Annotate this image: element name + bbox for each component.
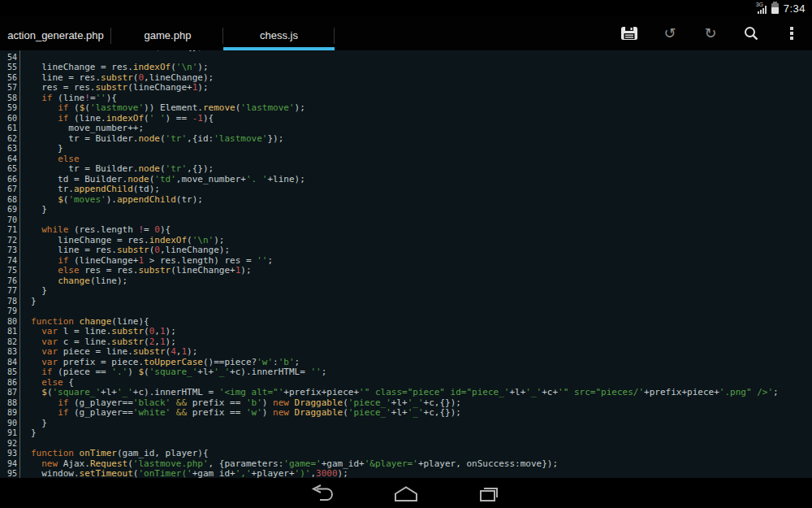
tab-label: game.php [145,29,192,41]
code-text: tr = Builder.node('tr',{}); [20,50,209,53]
navigation-bar [0,478,812,508]
line-number: 87 [0,388,20,398]
tab-game-php[interactable]: game.php [112,20,223,50]
signal-strength-icon: 3G [758,2,767,14]
redo-icon: ↻ [704,26,716,41]
tab-label: action_generate.php [7,29,104,41]
back-button[interactable] [309,484,337,502]
code-line[interactable]: 91} [0,428,812,439]
line-number: 94 [0,459,20,470]
tab-label: chess.js [260,29,298,41]
line-number: 63 [0,144,20,154]
line-number: 69 [0,205,20,215]
code-line[interactable]: 95 window.setTimeout('onTimer('+gam_id+'… [0,469,812,478]
line-number: 71 [0,225,20,236]
code-text: } [20,205,47,215]
tablet-screen: 3G 7:34 action_generate.php game.php che… [0,0,812,508]
line-number: 73 [0,245,20,256]
line-number: 84 [0,358,20,368]
line-number: 64 [0,154,20,165]
line-number: 93 [0,449,20,459]
line-number: 61 [0,124,20,134]
line-number: 80 [0,317,20,328]
code-text [20,439,31,449]
code-text: $('moves').appendChild(tr); [20,195,203,206]
network-type-badge: 3G [756,2,763,7]
code-line[interactable]: 78} [0,297,812,307]
code-line[interactable]: 62 tr = Builder.node('tr',{id:'lastmove'… [0,134,812,145]
line-number: 56 [0,73,20,84]
line-number: 90 [0,419,20,429]
code-line[interactable]: 69 } [0,205,812,215]
home-button[interactable] [392,484,420,502]
line-number: 82 [0,337,20,348]
line-number: 59 [0,103,20,114]
line-number: 65 [0,164,20,175]
code-text: window.setTimeout('onTimer('+gam_id+','+… [20,469,348,478]
code-line[interactable]: 77 } [0,286,812,297]
code-line[interactable]: 63 } [0,144,812,154]
code-line[interactable]: 85 if (piece == '.') $('square_'+l+'_'+c… [0,367,812,378]
code-line[interactable]: 68 $('moves').appendChild(tr); [0,195,812,206]
line-number: 88 [0,398,20,409]
back-icon [309,484,337,502]
home-icon [392,484,420,502]
line-number: 57 [0,83,20,93]
overflow-menu-button[interactable] [775,16,808,50]
undo-button[interactable]: ↺ [654,16,686,50]
line-number: 89 [0,408,20,419]
battery-icon [771,3,779,14]
code-line[interactable]: 57 res = res.substr(lineChange+1); [0,83,812,93]
line-number: 68 [0,195,20,206]
line-number: 55 [0,63,20,73]
line-number: 70 [0,215,20,226]
code-line[interactable]: 76 change(line); [0,276,812,287]
code-text [20,53,31,63]
line-number: 72 [0,236,20,246]
undo-icon: ↺ [663,26,676,41]
code-text [20,215,31,226]
line-number: 95 [0,469,20,478]
code-editor[interactable]: tr = Builder.node('tr',{});5455 lineChan… [0,50,812,478]
line-number: 66 [0,175,20,185]
line-number: 86 [0,378,20,389]
code-text: } [20,297,37,307]
tab-action-generate-php[interactable]: action_generate.php [0,20,111,50]
line-number: 76 [0,276,20,287]
code-line[interactable]: 90 } [0,419,812,429]
action-bar: action_generate.php game.php chess.js ↺ … [0,16,812,52]
line-number: 75 [0,266,20,276]
line-number: 91 [0,428,20,439]
line-number: 62 [0,134,20,145]
line-number: 74 [0,256,20,267]
line-number: 83 [0,347,20,358]
recents-icon [475,484,503,502]
line-number: 78 [0,297,20,307]
line-number: 85 [0,367,20,378]
clock: 7:34 [784,2,806,15]
redo-button[interactable]: ↻ [694,16,727,50]
code-area: tr = Builder.node('tr',{});5455 lineChan… [0,50,812,478]
save-icon [620,26,638,41]
search-button[interactable] [735,16,767,50]
overflow-menu-icon [790,27,793,40]
line-number: 60 [0,114,20,124]
line-number: 92 [0,439,20,449]
line-number: 67 [0,185,20,195]
save-button[interactable] [613,16,646,50]
tab-chess-js[interactable]: chess.js [223,20,335,50]
line-number: 81 [0,327,20,337]
search-icon [743,25,759,41]
line-number: 58 [0,93,20,104]
code-text [20,306,31,317]
status-bar: 3G 7:34 [0,0,812,16]
line-number: 54 [0,53,20,63]
code-text: if (g_player=='white' && prefix == 'w') … [20,408,461,419]
line-number: 77 [0,286,20,297]
recents-button[interactable] [475,484,503,502]
code-line[interactable]: 89 if (g_player=='white' && prefix == 'w… [0,408,812,419]
code-text: } [20,428,37,439]
line-number: 79 [0,306,20,317]
